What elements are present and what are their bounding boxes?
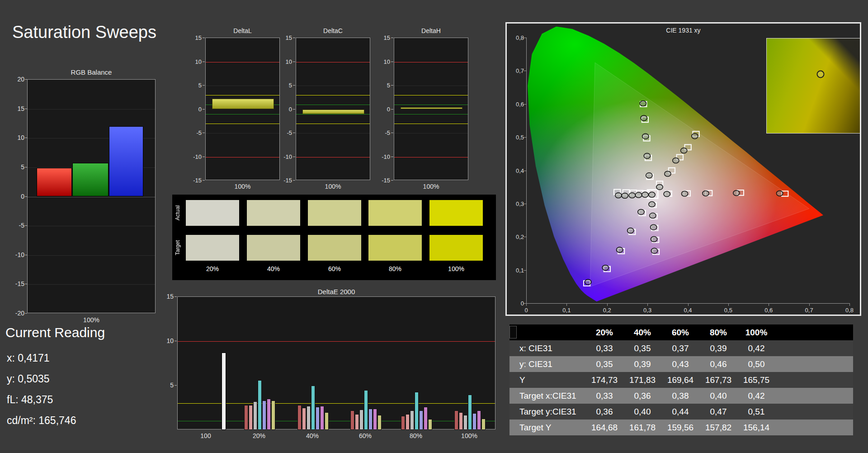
rgb-y-tick-label: 20: [6, 76, 24, 83]
delta-y-tick-mark: [203, 62, 205, 62]
delta-y-tick-mark: [203, 38, 205, 38]
swatch-target: [429, 235, 483, 261]
cie-y-tick-label: 0,4: [509, 167, 524, 174]
deltae-bar: [406, 414, 410, 430]
table-value-cell: 0,44: [661, 404, 699, 420]
delta-y-tick-mark: [391, 180, 393, 181]
delta-y-tick-mark: [203, 133, 205, 133]
rgb-bar-blue: [109, 126, 143, 196]
cie-measurement-marker: [642, 192, 648, 197]
cie-measurement-marker: [642, 134, 649, 139]
current-reading-line: x: 0,4171: [7, 352, 50, 364]
delta-y-tick-label: -10: [277, 153, 292, 160]
cie-y-tick-label: 0,3: [509, 200, 524, 207]
deltae-x-tick-label: 20%: [253, 432, 265, 439]
table-value-cell: 0,36: [623, 388, 661, 404]
cie-x-tick-label: 0,6: [764, 307, 773, 314]
cie-x-tick-mark: [849, 303, 850, 306]
delta-ref-line: [206, 114, 279, 114]
delta-x-label: 100%: [394, 183, 468, 190]
rgb-y-tick-mark: [25, 284, 27, 284]
calibration-dashboard: Saturation Sweeps RGB Balance 100% Curre…: [0, 0, 868, 453]
delta-y-tick-label: 0: [277, 105, 292, 112]
table-value-cell: 0,46: [699, 356, 737, 372]
cie-measurement-marker: [635, 192, 642, 198]
cie-measurement-marker: [649, 202, 655, 207]
delta-chart-title: DeltaH: [394, 27, 468, 34]
rgb-y-tick-mark: [25, 196, 27, 197]
delta-chart-plot-DeltaL: [205, 38, 280, 180]
table-row-label: Y: [509, 372, 585, 388]
delta-chart-plot-DeltaH: [394, 38, 468, 180]
table-value-cell: 0,51: [737, 404, 775, 420]
deltae-bar: [262, 401, 266, 430]
deltae-bar: [244, 405, 248, 430]
table-value-cell: 0,36: [585, 404, 623, 420]
rgb-bar-red: [37, 168, 72, 196]
rgb-y-tick-label: 5: [6, 163, 24, 171]
rgb-y-tick-label: -10: [6, 251, 24, 258]
delta-y-tick-label: 0: [375, 105, 390, 112]
deltae-bar: [302, 408, 306, 430]
delta-y-tick-label: -5: [375, 129, 390, 136]
rgb-balance-chart: [27, 79, 156, 313]
inset-measurement-marker: [817, 71, 825, 78]
delta-x-label: 100%: [205, 183, 280, 190]
deltae-bar: [316, 407, 320, 430]
delta-y-tick-mark: [391, 85, 393, 86]
deltae-bar: [355, 414, 359, 430]
swatch-row-label-target: Target: [174, 235, 181, 261]
deltae-y-tick-mark: [175, 385, 177, 386]
deltae-bar: [249, 405, 253, 430]
rgb-y-tick-mark: [25, 255, 27, 255]
cie-measurement-marker: [629, 193, 635, 198]
swatch-col-label: 80%: [368, 265, 422, 272]
rgb-y-tick-mark: [25, 79, 27, 80]
table-value-cell: 0,40: [623, 404, 661, 420]
cie-measurement-marker: [681, 148, 687, 153]
rgb-gridline: [28, 197, 155, 197]
deltae-bar: [428, 419, 432, 430]
delta-y-tick-label: -5: [277, 129, 292, 136]
cie-x-tick-label: 0: [524, 307, 528, 314]
deltae-bar: [271, 401, 275, 430]
cie-measurement-marker: [703, 191, 709, 196]
delta-gridline: [206, 86, 279, 86]
table-header-cell: 80%: [699, 324, 737, 340]
cie-zoom-inset: [766, 38, 860, 134]
delta-y-tick-mark: [391, 133, 393, 133]
cie-measurement-marker: [602, 265, 609, 271]
delta-ref-line: [206, 157, 279, 157]
delta-value-bar: [212, 99, 274, 109]
table-value-cell: 0,37: [661, 340, 699, 356]
cie-measurement-marker: [627, 228, 634, 234]
table-value-cell: 0,35: [623, 340, 661, 356]
rgb-y-tick-label: 15: [6, 105, 24, 112]
cie-y-tick-label: 0: [509, 300, 524, 307]
deltae-bar: [477, 410, 481, 430]
delta-chart-title: DeltaC: [296, 27, 370, 34]
cie-x-tick-mark: [647, 303, 648, 306]
rgb-y-tick-mark: [25, 225, 27, 226]
table-value-cell: 0,47: [699, 404, 737, 420]
table-row-label: Target x:CIE31: [509, 388, 585, 404]
cie-1931-panel: CIE 1931 xy: [505, 22, 861, 316]
delta-chart-plot-DeltaC: [296, 38, 370, 180]
rgb-y-tick-label: -5: [6, 222, 24, 229]
swatch-target: [308, 235, 361, 261]
delta-y-tick-label: 15: [375, 34, 390, 41]
table-header-blank: [509, 324, 585, 340]
delta-ref-line: [296, 95, 370, 95]
cie-measurement-marker: [650, 224, 656, 230]
measurement-table: 20%40%60%80%100%x: CIE310,330,350,370,39…: [509, 324, 853, 435]
cie-y-tick-label: 0,2: [509, 234, 524, 240]
delta-y-tick-mark: [293, 109, 295, 110]
deltae-bar: [253, 401, 257, 430]
delta-value-bar: [401, 107, 462, 110]
table-value-cell: 0,33: [585, 388, 623, 404]
table-value-cell: 174,73: [585, 372, 623, 388]
delta-y-tick-mark: [391, 38, 393, 38]
cie-measurement-marker: [622, 193, 628, 199]
delta-y-tick-label: -15: [375, 177, 390, 184]
table-row: y: CIE310,350,390,430,460,50: [509, 356, 853, 372]
